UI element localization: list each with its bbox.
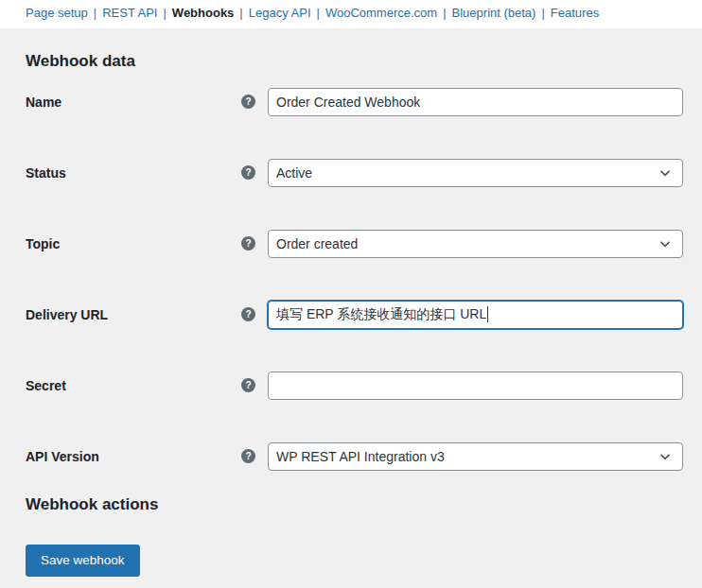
tab-features[interactable]: Features — [551, 6, 599, 20]
status-select-value: Active — [276, 165, 312, 181]
help-icon[interactable]: ? — [241, 449, 255, 463]
tab-separator: | — [94, 6, 97, 20]
topic-select-value: Order created — [276, 236, 358, 251]
form-row-api-version: API Version ? WP REST API Integration v3 — [26, 441, 683, 472]
status-label: Status — [26, 165, 241, 181]
form-row-status: Status ? Active — [26, 158, 683, 188]
help-icon[interactable]: ? — [241, 165, 255, 180]
tab-separator: | — [541, 6, 544, 20]
tab-separator: | — [163, 6, 166, 20]
tab-separator: | — [317, 6, 320, 20]
delivery-url-label: Delivery URL — [26, 307, 241, 322]
form-row-name: Name ? Order Created Webhook — [26, 87, 683, 117]
chevron-down-icon — [658, 165, 673, 181]
secret-input[interactable] — [268, 372, 683, 400]
form-row-secret: Secret ? — [26, 371, 683, 401]
webhook-data-heading: Webhook data — [26, 52, 683, 71]
form-row-topic: Topic ? Order created — [26, 229, 683, 259]
api-version-select-value: WP REST API Integration v3 — [276, 449, 445, 464]
chevron-down-icon — [658, 236, 673, 251]
api-version-select[interactable]: WP REST API Integration v3 — [268, 442, 683, 471]
form-row-delivery-url: Delivery URL ? 填写 ERP 系统接收通知的接口 URL — [26, 300, 683, 330]
tab-webhooks-current[interactable]: Webhooks — [172, 6, 235, 20]
help-icon[interactable]: ? — [241, 378, 255, 392]
name-label: Name — [26, 95, 241, 110]
name-input-value: Order Created Webhook — [276, 95, 420, 110]
secret-label: Secret — [26, 378, 241, 393]
chevron-down-icon — [658, 449, 673, 464]
webhook-settings-panel: Webhook data Name ? Order Created Webhoo… — [0, 52, 702, 578]
settings-tab-bar: Page setup|REST API|Webhooks|Legacy API|… — [0, 0, 702, 28]
tab-page-setup[interactable]: Page setup — [26, 6, 88, 20]
save-webhook-button[interactable]: Save webhook — [26, 545, 140, 578]
delivery-url-input-value: 填写 ERP 系统接收通知的接口 URL — [276, 306, 486, 323]
tab-separator: | — [239, 6, 242, 20]
name-input[interactable]: Order Created Webhook — [268, 88, 683, 116]
help-icon[interactable]: ? — [241, 236, 255, 251]
tab-rest-api[interactable]: REST API — [102, 6, 157, 20]
tab-woocommerce-com[interactable]: WooCommerce.com — [325, 6, 437, 20]
topic-select[interactable]: Order created — [268, 230, 683, 258]
help-icon[interactable]: ? — [241, 95, 255, 109]
tab-blueprint-beta[interactable]: Blueprint (beta) — [452, 6, 536, 20]
topic-label: Topic — [26, 236, 241, 251]
webhook-actions-heading: Webhook actions — [26, 495, 683, 514]
tab-legacy-api[interactable]: Legacy API — [249, 6, 311, 20]
delivery-url-input[interactable]: 填写 ERP 系统接收通知的接口 URL — [268, 301, 683, 329]
tab-separator: | — [443, 6, 446, 20]
help-icon[interactable]: ? — [241, 307, 255, 321]
status-select[interactable]: Active — [268, 159, 683, 187]
text-cursor — [487, 306, 488, 322]
api-version-label: API Version — [26, 449, 241, 464]
webhook-form: Name ? Order Created Webhook Status ? Ac… — [26, 87, 683, 472]
